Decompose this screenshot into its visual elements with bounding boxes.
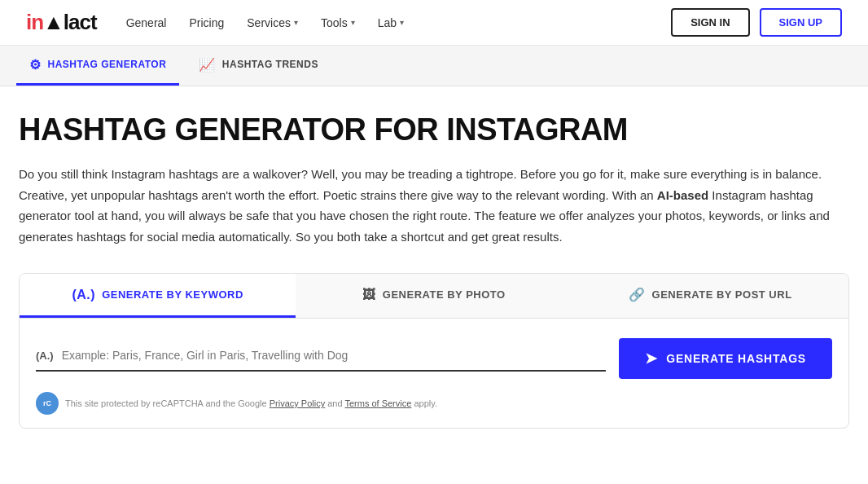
photo-tab-icon: 🖼: [362, 288, 376, 302]
nav-tools[interactable]: Tools ▾: [321, 16, 355, 29]
nav-lab[interactable]: Lab ▾: [378, 16, 404, 29]
bold-text: AI-based: [657, 188, 708, 202]
nav-general[interactable]: General: [126, 16, 167, 29]
recaptcha-note: rC This site protected by reCAPTCHA and …: [20, 392, 848, 428]
tab-generate-url[interactable]: 🔗 GENERATE BY POST URL: [572, 274, 848, 318]
generator-tabs: (A.) GENERATE BY KEYWORD 🖼 GENERATE BY P…: [20, 274, 848, 319]
logo[interactable]: in▲lact: [26, 10, 97, 35]
hashtag-generator-icon: ⚙: [29, 57, 42, 73]
nav-services[interactable]: Services ▾: [247, 16, 298, 29]
navbar: in▲lact General Pricing Services ▾ Tools…: [0, 0, 868, 46]
main-content: HASHTAG GENERATOR FOR INSTAGRAM Do you s…: [2, 86, 866, 445]
nav-links: General Pricing Services ▾ Tools ▾ Lab ▾: [126, 16, 404, 29]
input-wrapper: (A.): [36, 345, 606, 372]
tools-chevron-icon: ▾: [351, 18, 355, 27]
subnav: ⚙ HASHTAG GENERATOR 📈 HASHTAG TRENDS: [0, 46, 868, 86]
input-area: (A.) ➤ GENERATE HASHTAGS: [20, 319, 848, 392]
lab-chevron-icon: ▾: [400, 18, 404, 27]
subnav-hashtag-trends[interactable]: 📈 HASHTAG TRENDS: [186, 46, 331, 86]
generate-hashtags-button[interactable]: ➤ GENERATE HASHTAGS: [619, 338, 832, 379]
tab-generate-keyword[interactable]: (A.) GENERATE BY KEYWORD: [20, 274, 296, 318]
subnav-hashtag-generator[interactable]: ⚙ HASHTAG GENERATOR: [16, 46, 179, 86]
url-tab-icon: 🔗: [629, 287, 646, 302]
hashtag-trends-icon: 📈: [199, 57, 216, 73]
logo-text: in▲lact: [26, 10, 97, 35]
navbar-left: in▲lact General Pricing Services ▾ Tools…: [26, 10, 404, 35]
recaptcha-logo-icon: rC: [36, 392, 59, 415]
services-chevron-icon: ▾: [294, 18, 298, 27]
generator-card: (A.) GENERATE BY KEYWORD 🖼 GENERATE BY P…: [19, 273, 849, 429]
nav-pricing[interactable]: Pricing: [189, 16, 224, 29]
privacy-policy-link[interactable]: Privacy Policy: [270, 398, 325, 408]
signin-button[interactable]: SIGN IN: [671, 8, 749, 37]
generate-icon: ➤: [645, 350, 658, 367]
page-title: HASHTAG GENERATOR FOR INSTAGRAM: [19, 112, 849, 147]
keyword-tab-icon: (A.): [72, 288, 95, 302]
input-prefix-label: (A.): [36, 350, 54, 362]
keyword-input[interactable]: [62, 345, 607, 365]
terms-of-service-link[interactable]: Terms of Service: [344, 398, 411, 408]
navbar-right: SIGN IN SIGN UP: [671, 8, 842, 37]
page-description: Do you still think Instagram hashtags ar…: [19, 164, 849, 247]
signup-button[interactable]: SIGN UP: [760, 8, 842, 37]
tab-generate-photo[interactable]: 🖼 GENERATE BY PHOTO: [296, 274, 572, 318]
